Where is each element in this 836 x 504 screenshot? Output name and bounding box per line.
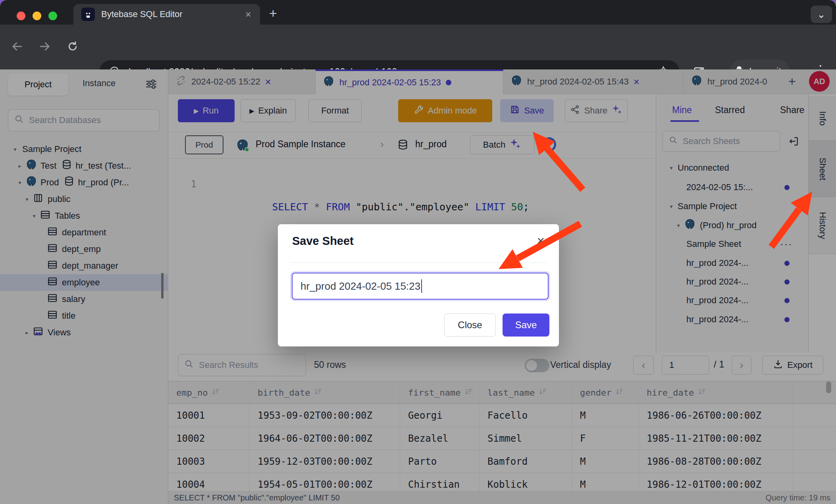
sheet-name-value: hr_prod 2024-02-05 15:23 bbox=[300, 280, 420, 292]
text-caret bbox=[421, 279, 422, 293]
new-tab-button[interactable]: + bbox=[269, 6, 277, 21]
dialog-title: Save Sheet bbox=[292, 235, 354, 248]
tab-close-icon[interactable]: × bbox=[245, 8, 251, 21]
sql-editor-app: Project Instance Search Databases ▾ Samp… bbox=[0, 69, 836, 504]
traffic-light-minimize[interactable] bbox=[33, 12, 41, 20]
browser-toolbar: localhost:8080/sql-editor/prod-sample-in… bbox=[0, 25, 836, 69]
save-sheet-dialog: Save Sheet × hr_prod 2024-02-05 15:23 Cl… bbox=[278, 224, 559, 346]
traffic-light-close[interactable] bbox=[17, 12, 25, 20]
tab-search-chevron-icon[interactable]: ⌄ bbox=[811, 6, 832, 23]
dialog-close-button[interactable]: Close bbox=[444, 314, 496, 337]
browser-tab-strip: Bytebase SQL Editor × + ⌄ bbox=[0, 0, 836, 25]
forward-icon[interactable] bbox=[37, 40, 53, 54]
traffic-light-maximize[interactable] bbox=[48, 12, 57, 20]
dialog-divider bbox=[290, 262, 547, 263]
browser-window: Bytebase SQL Editor × + ⌄ localhost:8080… bbox=[0, 0, 836, 504]
browser-tab[interactable]: Bytebase SQL Editor × bbox=[73, 4, 260, 25]
dialog-close-icon[interactable]: × bbox=[537, 233, 545, 248]
bytebase-favicon-icon bbox=[81, 8, 95, 21]
back-icon[interactable] bbox=[9, 40, 25, 54]
dialog-save-button[interactable]: Save bbox=[503, 314, 549, 337]
sheet-name-input[interactable]: hr_prod 2024-02-05 15:23 bbox=[292, 273, 549, 300]
browser-tab-title: Bytebase SQL Editor bbox=[101, 9, 183, 19]
reload-icon[interactable] bbox=[64, 40, 81, 54]
